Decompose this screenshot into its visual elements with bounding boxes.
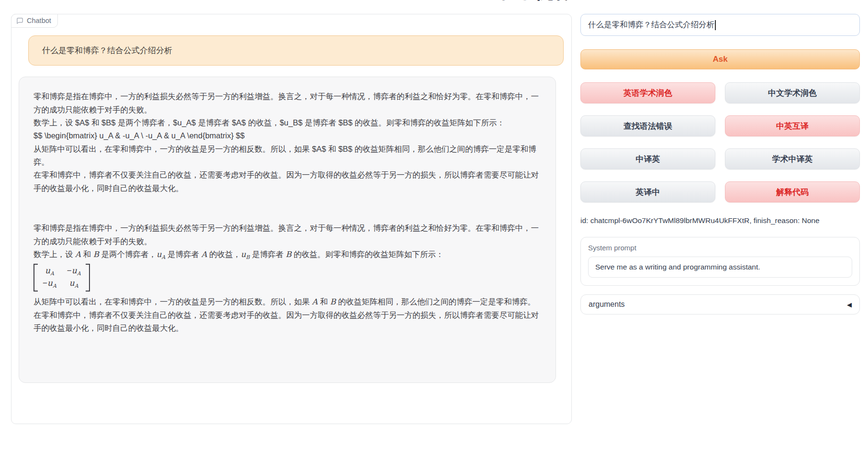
- arguments-accordion-label: arguments: [589, 300, 625, 309]
- math-var-A: A: [201, 250, 207, 259]
- bot-message-bubble: 零和博弈是指在博弈中，一方的利益损失必然等于另一方的利益增益。换言之，对于每一种…: [19, 77, 556, 383]
- button-academic-zh-to-en[interactable]: 学术中译英: [725, 148, 860, 169]
- bot-rendered-paragraph-5: 在零和博弈中，博弈者不仅要关注自己的收益，还需要考虑对手的收益。因为一方取得的收…: [33, 309, 541, 335]
- accordion-collapsed-arrow-icon: ◀: [847, 301, 852, 308]
- chatbot-panel: Chatbot 什么是零和博弈？结合公式介绍分析 零和博弈是指在博弈中，一方的利…: [11, 14, 572, 424]
- matrix-bracket-right: [86, 264, 90, 291]
- bot-raw-paragraph-5: 在零和博弈中，博弈者不仅要关注自己的收益，还需要考虑对手的收益。因为一方取得的收…: [33, 168, 541, 195]
- bot-answer-raw: 零和博弈是指在博弈中，一方的利益损失必然等于另一方的利益增益。换言之，对于每一种…: [33, 90, 541, 195]
- bot-raw-paragraph-1: 零和博弈是指在博弈中，一方的利益损失必然等于另一方的利益增益。换言之，对于每一种…: [33, 90, 541, 116]
- text-caret: [715, 20, 716, 30]
- controls-column: 什么是零和博弈？结合公式介绍分析 Ask 英语学术润色 中文学术润色 查找语法错…: [580, 14, 860, 314]
- system-prompt-group: System prompt: [580, 237, 860, 286]
- chat-bubble-icon: [16, 17, 23, 24]
- matrix-cell-r2c1: −uA: [43, 278, 56, 290]
- arguments-accordion[interactable]: arguments ◀: [580, 294, 860, 314]
- button-explain-code[interactable]: 解释代码: [725, 181, 860, 202]
- page-title-clipped: ChatGPT 学术优化: [409, 0, 567, 4]
- matrix-bracket-left: [33, 264, 38, 291]
- chatbot-panel-label-text: Chatbot: [27, 17, 51, 24]
- button-zh-to-en[interactable]: 中译英: [580, 148, 715, 169]
- matrix-cell-r2c2: uA: [67, 278, 81, 290]
- bot-raw-latex-formula: $$ \begin{bmatrix} u_A & -u_A \ -u_A & u…: [33, 129, 541, 142]
- math-var-A: A: [75, 250, 81, 259]
- bot-raw-paragraph-4: 从矩阵中可以看出，在零和博弈中，一方的收益是另一方的相反数。所以，如果 $A$ …: [33, 143, 541, 169]
- matrix-cell-r1c2: −uA: [67, 265, 81, 278]
- bot-answer-rendered: 零和博弈是指在博弈中，一方的利益损失必然等于另一方的利益增益。换言之，对于每一种…: [33, 222, 541, 335]
- math-var-uB: u: [241, 250, 246, 259]
- math-var-B: B: [93, 250, 99, 259]
- user-message-bubble: 什么是零和博弈？结合公式介绍分析: [28, 35, 564, 66]
- chatbot-panel-label: Chatbot: [11, 14, 58, 28]
- matrix-cell-r1c1: uA: [43, 265, 56, 278]
- question-input-value: 什么是零和博弈？结合公式介绍分析: [588, 20, 714, 30]
- math-var-B: B: [286, 250, 291, 259]
- system-prompt-input[interactable]: [588, 257, 852, 278]
- status-line: id: chatcmpl-6wOo7KrYTwMl89lbrMWRu4UkFFX…: [580, 216, 860, 225]
- question-input[interactable]: 什么是零和博弈？结合公式介绍分析: [580, 14, 860, 36]
- button-english-academic-polish[interactable]: 英语学术润色: [580, 82, 715, 103]
- user-message-text: 什么是零和博弈？结合公式介绍分析: [42, 46, 172, 55]
- page-title: ChatGPT 学术优化: [409, 0, 567, 4]
- math-var-B: B: [330, 297, 336, 306]
- math-var-A: A: [312, 297, 318, 306]
- bot-raw-paragraph-2: 数学上，设 $A$ 和 $B$ 是两个博弈者，$u_A$ 是博弈者 $A$ 的收…: [33, 116, 541, 129]
- button-chinese-academic-polish[interactable]: 中文学术润色: [725, 82, 860, 103]
- button-find-grammar-errors[interactable]: 查找语法错误: [580, 115, 715, 136]
- ask-button[interactable]: Ask: [580, 49, 860, 69]
- bot-rendered-paragraph-1: 零和博弈是指在博弈中，一方的利益损失必然等于另一方的利益增益。换言之，对于每一种…: [33, 222, 541, 248]
- math-var-uA: u: [156, 250, 162, 259]
- payoff-matrix: uA −uA −uA uA: [33, 264, 90, 291]
- function-button-grid: 英语学术润色 中文学术润色 查找语法错误 中英互译 中译英 学术中译英 英译中 …: [580, 82, 860, 202]
- bot-rendered-paragraph-4: 从矩阵中可以看出，在零和博弈中，一方的收益是另一方的相反数。所以，如果 A 和 …: [33, 295, 541, 308]
- main-layout: Chatbot 什么是零和博弈？结合公式介绍分析 零和博弈是指在博弈中，一方的利…: [0, 0, 868, 424]
- system-prompt-label: System prompt: [588, 244, 852, 252]
- button-zh-en-mutual-translate[interactable]: 中英互译: [725, 115, 860, 136]
- bot-rendered-paragraph-2: 数学上，设 A 和 B 是两个博弈者，uA 是博弈者 A 的收益，uB 是博弈者…: [33, 248, 541, 262]
- button-en-to-zh[interactable]: 英译中: [580, 181, 715, 202]
